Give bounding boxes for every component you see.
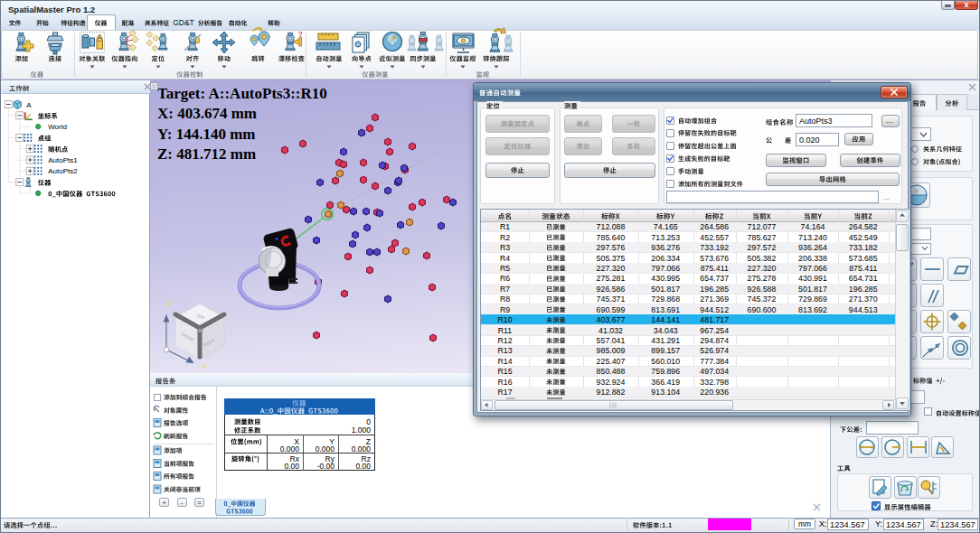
svg-text:AutoPts2: AutoPts2	[48, 167, 78, 175]
svg-text:GD&T: GD&T	[173, 18, 194, 27]
svg-text:?: ?	[298, 30, 303, 38]
svg-text:World: World	[48, 123, 67, 131]
svg-text:A: A	[26, 101, 32, 109]
svg-text:AutoPts1: AutoPts1	[48, 156, 78, 164]
svg-text:?: ?	[914, 188, 919, 196]
